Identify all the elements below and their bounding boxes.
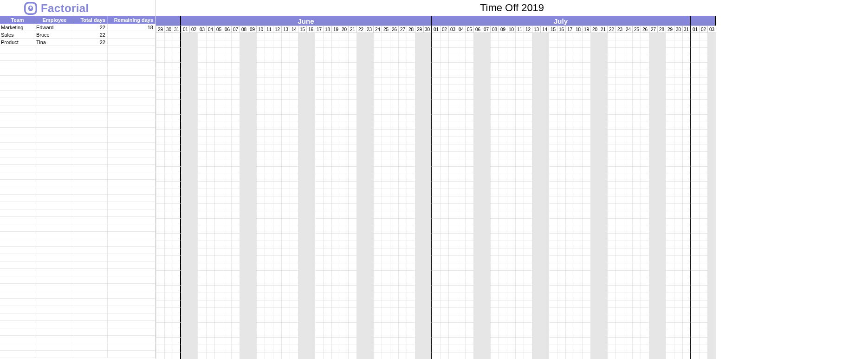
calendar-cell[interactable] (574, 323, 582, 330)
cell-total[interactable] (74, 91, 108, 98)
calendar-cell[interactable] (666, 226, 674, 234)
calendar-cell[interactable] (549, 144, 557, 152)
calendar-cell[interactable] (348, 55, 356, 63)
calendar-cell[interactable] (615, 293, 624, 300)
calendar-cell[interactable] (540, 189, 549, 196)
calendar-cell[interactable] (499, 144, 507, 152)
calendar-cell[interactable] (590, 263, 599, 271)
calendar-cell[interactable] (298, 352, 306, 359)
calendar-cell[interactable] (181, 78, 189, 85)
calendar-cell[interactable] (557, 263, 565, 271)
calendar-cell[interactable] (457, 189, 465, 196)
calendar-cell[interactable] (206, 63, 214, 70)
calendar-cell[interactable] (582, 338, 590, 345)
calendar-cell[interactable] (691, 63, 699, 70)
calendar-cell[interactable] (657, 308, 666, 315)
calendar-cell[interactable] (315, 167, 323, 174)
calendar-cell[interactable] (390, 278, 398, 286)
calendar-cell[interactable] (156, 256, 164, 263)
calendar-cell[interactable] (507, 204, 515, 211)
calendar-cell[interactable] (457, 182, 465, 189)
calendar-cell[interactable] (331, 241, 340, 248)
calendar-cell[interactable] (532, 159, 540, 167)
cell-team[interactable] (0, 239, 35, 246)
employee-row[interactable] (0, 120, 155, 128)
calendar-cell[interactable] (641, 189, 649, 196)
calendar-cell[interactable] (373, 167, 382, 174)
calendar-cell[interactable] (707, 144, 716, 152)
calendar-cell[interactable] (323, 226, 331, 234)
calendar-cell[interactable] (323, 189, 331, 196)
calendar-cell[interactable] (599, 107, 607, 115)
calendar-cell[interactable] (298, 78, 306, 85)
calendar-cell[interactable] (557, 345, 565, 352)
calendar-cell[interactable] (348, 293, 356, 300)
calendar-cell[interactable] (214, 345, 223, 352)
calendar-cell[interactable] (582, 323, 590, 330)
calendar-cell[interactable] (348, 338, 356, 345)
calendar-cell[interactable] (290, 211, 298, 219)
calendar-cell[interactable] (181, 248, 189, 256)
calendar-cell[interactable] (649, 40, 657, 48)
calendar-cell[interactable] (281, 40, 290, 48)
cell-employee[interactable] (35, 247, 74, 254)
calendar-cell[interactable] (273, 308, 281, 315)
calendar-cell[interactable] (198, 78, 206, 85)
cell-remaining[interactable] (108, 113, 155, 120)
calendar-cell[interactable] (423, 196, 432, 204)
calendar-cell[interactable] (707, 308, 716, 315)
calendar-cell[interactable] (189, 174, 198, 182)
calendar-cell[interactable] (407, 308, 415, 315)
calendar-cell[interactable] (607, 248, 615, 256)
calendar-cell[interactable] (240, 78, 248, 85)
calendar-cell[interactable] (273, 293, 281, 300)
calendar-cell[interactable] (557, 78, 565, 85)
calendar-cell[interactable] (582, 234, 590, 241)
calendar-cell[interactable] (173, 352, 181, 359)
calendar-cell[interactable] (682, 315, 691, 323)
calendar-cell[interactable] (465, 219, 473, 226)
calendar-cell[interactable] (156, 70, 164, 78)
calendar-cell[interactable] (189, 286, 198, 293)
calendar-cell[interactable] (223, 40, 231, 48)
calendar-cell[interactable] (465, 159, 473, 167)
calendar-cell[interactable] (298, 211, 306, 219)
cell-remaining[interactable] (108, 68, 155, 75)
calendar-cell[interactable] (398, 92, 407, 100)
calendar-cell[interactable] (515, 55, 524, 63)
calendar-cell[interactable] (607, 107, 615, 115)
calendar-cell[interactable] (540, 85, 549, 92)
calendar-cell[interactable] (206, 92, 214, 100)
calendar-cell[interactable] (306, 92, 315, 100)
calendar-cell[interactable] (440, 293, 448, 300)
calendar-cell[interactable] (198, 144, 206, 152)
calendar-cell[interactable] (432, 211, 440, 219)
calendar-cell[interactable] (507, 144, 515, 152)
calendar-cell[interactable] (223, 338, 231, 345)
calendar-cell[interactable] (164, 137, 173, 144)
calendar-cell[interactable] (290, 107, 298, 115)
calendar-cell[interactable] (465, 40, 473, 48)
calendar-cell[interactable] (206, 159, 214, 167)
calendar-cell[interactable] (682, 248, 691, 256)
calendar-cell[interactable] (265, 33, 273, 40)
calendar-cell[interactable] (607, 85, 615, 92)
calendar-cell[interactable] (223, 55, 231, 63)
calendar-cell[interactable] (632, 137, 641, 144)
calendar-cell[interactable] (290, 182, 298, 189)
calendar-cell[interactable] (432, 92, 440, 100)
calendar-cell[interactable] (407, 315, 415, 323)
calendar-cell[interactable] (649, 144, 657, 152)
calendar-cell[interactable] (156, 293, 164, 300)
calendar-cell[interactable] (273, 63, 281, 70)
calendar-cell[interactable] (315, 263, 323, 271)
calendar-cell[interactable] (440, 286, 448, 293)
calendar-cell[interactable] (590, 345, 599, 352)
calendar-cell[interactable] (340, 226, 348, 234)
calendar-cell[interactable] (473, 137, 482, 144)
calendar-cell[interactable] (599, 70, 607, 78)
calendar-cell[interactable] (691, 241, 699, 248)
calendar-cell[interactable] (398, 256, 407, 263)
calendar-cell[interactable] (382, 234, 390, 241)
calendar-cell[interactable] (499, 226, 507, 234)
